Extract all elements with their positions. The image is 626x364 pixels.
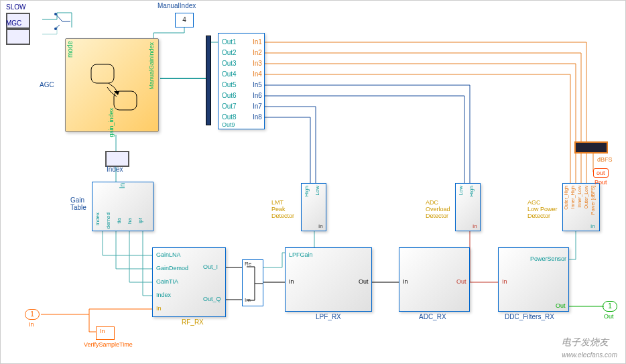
bus-out4: Out4	[222, 70, 237, 78]
ddc-in: In	[502, 278, 507, 285]
adc-ov-label: ADC Overload Detector	[426, 199, 450, 219]
bus-in3: In3	[253, 60, 262, 67]
rf-outq: Out_Q	[203, 296, 221, 302]
bus-in4: In4	[253, 70, 262, 78]
lpf-out: Out	[359, 278, 369, 285]
agc-port-manual: ManualGainIndex	[148, 42, 155, 90]
bus-in8: In8	[253, 113, 262, 121]
bus-out6: Out6	[222, 92, 237, 99]
gain-table-o1: demod	[105, 213, 111, 229]
bus-in7: In7	[253, 103, 262, 110]
re-label: Re	[245, 261, 251, 267]
rf-in: In	[156, 305, 162, 312]
gain-table-o3: ha	[127, 218, 133, 224]
im-label: Im	[245, 297, 251, 303]
bus-out2: Out2	[222, 49, 237, 56]
lmt-in: In	[318, 223, 323, 229]
rf-gainlna: GainLNA	[156, 251, 181, 258]
bus-out8: Out8	[222, 113, 237, 121]
bus-creator[interactable]	[206, 36, 211, 125]
gain-table-o2: tia	[116, 218, 122, 223]
switch-slow-label: SLOW	[6, 3, 25, 11]
gain-table-block[interactable]	[92, 182, 153, 231]
manual-index-label: ManualIndex	[158, 2, 196, 9]
lmt-hi: High	[304, 186, 310, 196]
agc-lp-pw: Power [dBFS]	[590, 186, 595, 215]
watermark-url: www.elecfans.com	[562, 351, 617, 359]
agc-port-gain: gain_index	[108, 108, 115, 137]
svg-point-1	[54, 27, 57, 30]
rf-gaintia: GainTIA	[156, 278, 178, 285]
ddc-label: DDC_Filters_RX	[505, 313, 554, 320]
bus-out9: Out9	[222, 121, 235, 128]
switch-mgc-label: MGC	[6, 19, 21, 27]
outport-1-label: Out	[604, 313, 614, 320]
manual-switch-icon[interactable]	[53, 10, 72, 33]
bus-out7: Out7	[222, 103, 237, 110]
inport-1[interactable]: 1	[25, 309, 40, 320]
gain-table-o0: Index	[95, 213, 101, 226]
rf-outi: Out_I	[203, 263, 218, 270]
agc-lp-ol: Outer_Low	[584, 186, 588, 208]
lpf-gain: LPFGain	[289, 251, 313, 258]
bus-out5: Out5	[222, 81, 237, 88]
agc-label: AGC	[40, 81, 54, 88]
adc-ov-hi: High	[468, 186, 475, 196]
ddc-ps: PowerSensor	[530, 255, 566, 262]
outport-1[interactable]: 1	[603, 301, 617, 312]
gain-table-label: Gain Table	[70, 196, 86, 211]
vst-in: In	[100, 328, 105, 335]
lmt-label: LMT Peak Detector	[271, 199, 294, 219]
index-scope-icon[interactable]	[105, 151, 129, 167]
svg-rect-2	[91, 64, 114, 83]
rf-gaindemod: GainDemod	[156, 265, 188, 271]
agc-lp-oh: Outer_High	[564, 186, 568, 210]
bus-in5: In5	[253, 81, 262, 88]
rf-rx-label: RF_RX	[182, 318, 204, 326]
gain-table-o4: lpf	[137, 218, 143, 223]
lpf-in: In	[289, 278, 294, 285]
dbfs-label: dBFS	[597, 156, 613, 163]
adc-out: Out	[456, 278, 466, 285]
gain-table-in: In	[119, 183, 126, 188]
agc-lp-ih: Inner_High	[570, 186, 575, 208]
rf-index: Index	[156, 292, 171, 298]
dbfs-display[interactable]	[574, 141, 608, 154]
bus-in2: In2	[253, 49, 262, 56]
svg-rect-3	[114, 91, 137, 110]
index-scope-label: Index	[107, 166, 123, 173]
out-goto[interactable]: out	[593, 168, 609, 178]
pout-label: Pout	[594, 179, 607, 186]
agc-lp-il: Inner_Low	[577, 186, 582, 208]
watermark: 电子发烧友 www.elecfans.com	[562, 337, 617, 359]
inport-1-label: In	[29, 321, 34, 328]
adc-in: In	[403, 278, 408, 285]
lmt-lo: Low	[314, 186, 320, 196]
lpf-rx-label: LPF_RX	[316, 313, 341, 320]
agc-lp-in: In	[590, 223, 595, 229]
verify-sample-time-block[interactable]	[96, 326, 115, 340]
switch-mgc-icon	[6, 29, 30, 45]
bus-in6: In6	[253, 92, 262, 99]
agc-lp-label: AGC Low Power Detector	[527, 199, 558, 219]
watermark-logo: 电子发烧友	[562, 337, 609, 347]
bus-out3: Out3	[222, 60, 237, 67]
svg-point-0	[54, 13, 57, 15]
bus-in1: In1	[253, 38, 262, 46]
agc-port-mode: mode	[66, 41, 74, 58]
adc-ov-lo: Low	[458, 186, 464, 196]
manual-index-constant[interactable]: 4	[175, 13, 194, 27]
ddc-out: Out	[556, 302, 566, 309]
adc-ov-in: In	[473, 223, 477, 229]
vst-label: VerifySampleTime	[84, 341, 133, 348]
bus-out1: Out1	[222, 38, 237, 46]
adc-rx-label: ADC_RX	[419, 313, 446, 320]
